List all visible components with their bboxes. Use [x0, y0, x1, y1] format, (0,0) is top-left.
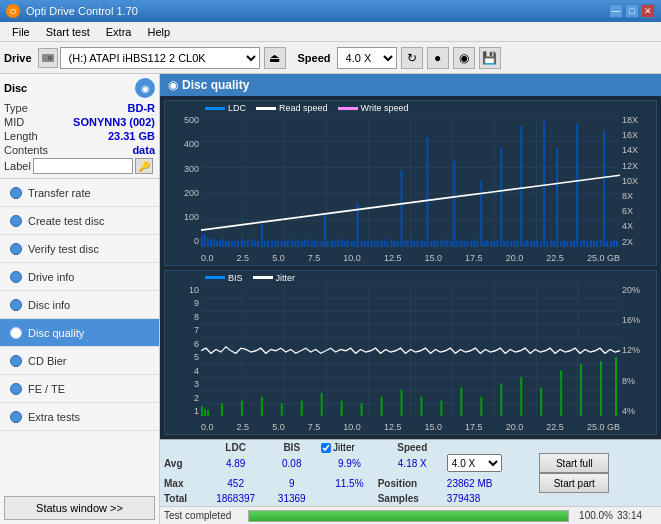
ldc-legend-color: [205, 107, 225, 110]
svg-rect-30: [237, 240, 239, 247]
menu-extra[interactable]: Extra: [98, 24, 140, 40]
svg-rect-125: [553, 241, 555, 246]
svg-rect-167: [207, 409, 209, 416]
main-area: Disc ◉ Type BD-R MID SONYNN3 (002) Lengt…: [0, 74, 661, 524]
svg-rect-140: [603, 131, 605, 246]
svg-rect-82: [411, 239, 413, 247]
svg-rect-45: [287, 240, 289, 247]
start-part-btn[interactable]: Start part: [539, 473, 609, 493]
drive-select[interactable]: (H:) ATAPI iHBS112 2 CL0K: [60, 47, 260, 69]
menu-help[interactable]: Help: [139, 24, 178, 40]
nav-fe-te[interactable]: FE / TE: [0, 375, 159, 403]
eject-btn[interactable]: ⏏: [264, 47, 286, 69]
svg-point-2: [49, 57, 51, 59]
chart1-y-right: 18X16X14X12X10X8X6X4X2X: [620, 115, 656, 247]
minimize-btn[interactable]: —: [609, 4, 623, 18]
svg-rect-47: [294, 241, 296, 246]
svg-rect-54: [317, 241, 319, 246]
contents-label: Contents: [4, 144, 48, 156]
mid-value: SONYNN3 (002): [73, 116, 155, 128]
svg-rect-74: [384, 239, 386, 247]
max-row-label: Max: [164, 473, 203, 493]
svg-rect-55: [321, 241, 323, 246]
start-full-btn[interactable]: Start full: [539, 453, 609, 473]
maximize-btn[interactable]: □: [625, 4, 639, 18]
refresh-btn[interactable]: ↻: [401, 47, 423, 69]
close-btn[interactable]: ✕: [641, 4, 655, 18]
contents-value: data: [132, 144, 155, 156]
status-window-btn[interactable]: Status window >>: [4, 496, 155, 520]
svg-rect-22: [213, 239, 215, 247]
menu-start-test[interactable]: Start test: [38, 24, 98, 40]
bis-header: BIS: [268, 442, 315, 453]
menu-file[interactable]: File: [4, 24, 38, 40]
svg-rect-123: [546, 241, 548, 246]
progress-percent: 100.0%: [573, 510, 613, 521]
svg-rect-65: [354, 241, 356, 246]
bis-legend-label: BIS: [228, 273, 243, 283]
svg-rect-96: [456, 241, 458, 246]
svg-rect-168: [221, 403, 223, 416]
charts-area: LDC Read speed Write speed 5004003002001…: [160, 96, 661, 439]
svg-rect-61: [341, 239, 343, 247]
nav-verify-test-disc[interactable]: Verify test disc: [0, 235, 159, 263]
nav-cd-bier[interactable]: CD Bier: [0, 347, 159, 375]
nav-disc-quality[interactable]: Disc quality: [0, 319, 159, 347]
disc-quality-icon: ◉: [168, 78, 178, 92]
svg-rect-91: [440, 240, 442, 247]
write-speed-legend-color: [338, 107, 358, 110]
svg-rect-88: [430, 241, 432, 246]
speed-select-stats[interactable]: 4.0 X: [447, 454, 502, 472]
svg-rect-107: [493, 241, 495, 246]
burn-btn[interactable]: ●: [427, 47, 449, 69]
svg-rect-120: [536, 240, 538, 247]
svg-rect-73: [381, 240, 383, 247]
svg-rect-70: [371, 240, 373, 247]
disc-btn[interactable]: ◉: [453, 47, 475, 69]
svg-rect-108: [496, 240, 498, 247]
svg-rect-102: [476, 241, 478, 246]
position-val: 23862 MB: [447, 473, 539, 493]
max-ldc: 452: [203, 473, 268, 493]
app-icon: O: [6, 4, 20, 18]
svg-rect-114: [516, 240, 518, 247]
total-bis: 31369: [268, 493, 315, 504]
nav-extra-tests[interactable]: Extra tests: [0, 403, 159, 431]
ldc-header: LDC: [203, 442, 268, 453]
chart1-legend: LDC Read speed Write speed: [205, 103, 408, 113]
svg-rect-56: [324, 214, 326, 247]
label-btn[interactable]: 🔑: [135, 158, 153, 174]
svg-rect-39: [267, 240, 269, 247]
write-speed-legend-label: Write speed: [361, 103, 409, 113]
svg-rect-181: [480, 396, 482, 416]
svg-rect-33: [247, 240, 249, 247]
speed-select[interactable]: 4.0 X: [337, 47, 397, 69]
sidebar: Disc ◉ Type BD-R MID SONYNN3 (002) Lengt…: [0, 74, 160, 524]
svg-rect-137: [593, 241, 595, 246]
label-input[interactable]: [33, 158, 133, 174]
svg-rect-28: [231, 241, 233, 246]
svg-rect-38: [264, 241, 266, 246]
type-value: BD-R: [128, 102, 156, 114]
ldc-legend-label: LDC: [228, 103, 246, 113]
svg-rect-81: [407, 240, 409, 247]
save-btn[interactable]: 💾: [479, 47, 501, 69]
svg-rect-105: [486, 240, 488, 247]
svg-rect-169: [241, 400, 243, 416]
svg-rect-57: [327, 241, 329, 246]
svg-rect-23: [216, 241, 218, 246]
progress-bar-container: Test completed 100.0% 33:14: [160, 506, 661, 524]
svg-rect-133: [580, 241, 582, 246]
nav-create-test-disc[interactable]: Create test disc: [0, 207, 159, 235]
nav-transfer-rate[interactable]: Transfer rate: [0, 179, 159, 207]
nav-drive-info[interactable]: Drive info: [0, 263, 159, 291]
svg-rect-175: [361, 403, 363, 416]
length-label: Length: [4, 130, 38, 142]
svg-rect-51: [307, 239, 309, 247]
svg-rect-52: [311, 241, 313, 246]
svg-rect-172: [301, 400, 303, 416]
nav-disc-info[interactable]: Disc info: [0, 291, 159, 319]
jitter-checkbox[interactable]: [321, 443, 331, 453]
svg-rect-178: [420, 396, 422, 416]
svg-rect-69: [367, 241, 369, 246]
